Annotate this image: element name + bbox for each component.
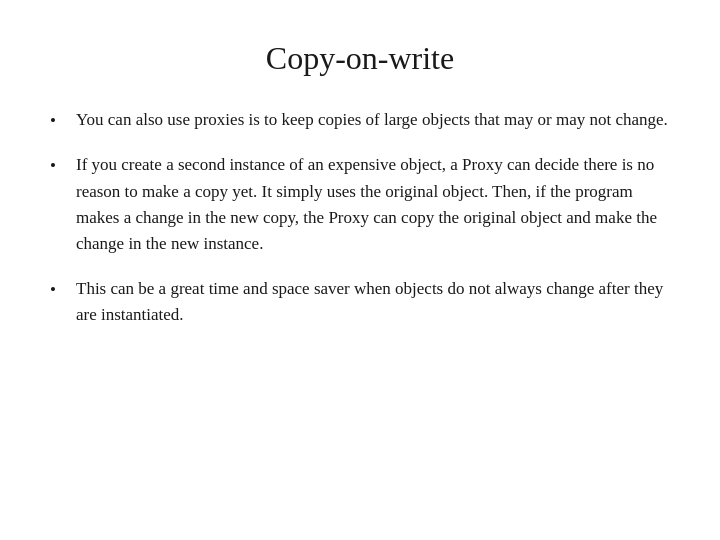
content-area: •You can also use proxies is to keep cop… <box>50 107 670 346</box>
bullet-symbol: • <box>50 108 70 134</box>
list-item: •This can be a great time and space save… <box>50 276 670 329</box>
list-item: •You can also use proxies is to keep cop… <box>50 107 670 134</box>
bullet-text-2: If you create a second instance of an ex… <box>76 152 670 257</box>
bullet-text-1: You can also use proxies is to keep copi… <box>76 107 670 133</box>
bullet-list: •You can also use proxies is to keep cop… <box>50 107 670 328</box>
bullet-symbol: • <box>50 277 70 303</box>
list-item: •If you create a second instance of an e… <box>50 152 670 257</box>
page-title: Copy-on-write <box>266 40 454 77</box>
bullet-text-3: This can be a great time and space saver… <box>76 276 670 329</box>
bullet-symbol: • <box>50 153 70 179</box>
